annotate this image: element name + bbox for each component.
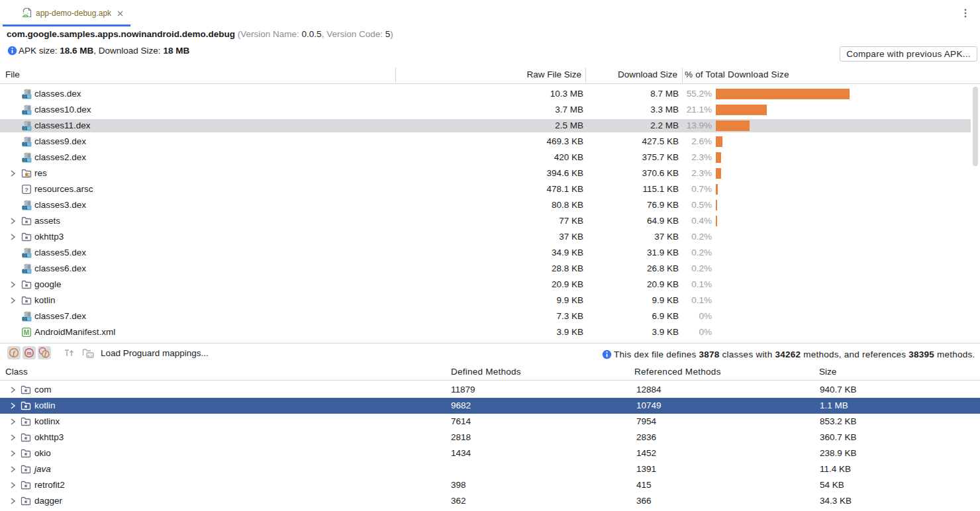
svg-text:01: 01 xyxy=(23,158,28,162)
svg-text:01: 01 xyxy=(23,126,28,130)
svg-text:a.b: a.b xyxy=(87,353,93,357)
svg-text:f: f xyxy=(13,349,16,357)
svg-text:01: 01 xyxy=(23,205,28,210)
svg-text:?: ? xyxy=(24,187,28,193)
svg-text:01: 01 xyxy=(23,269,28,273)
svg-text:01: 01 xyxy=(23,316,28,321)
svg-text:01: 01 xyxy=(23,110,28,115)
svg-text:01: 01 xyxy=(23,253,28,257)
svg-text:M: M xyxy=(24,329,29,336)
svg-text:01: 01 xyxy=(23,142,28,146)
svg-text:m: m xyxy=(26,350,31,356)
svg-text:01: 01 xyxy=(23,94,28,99)
